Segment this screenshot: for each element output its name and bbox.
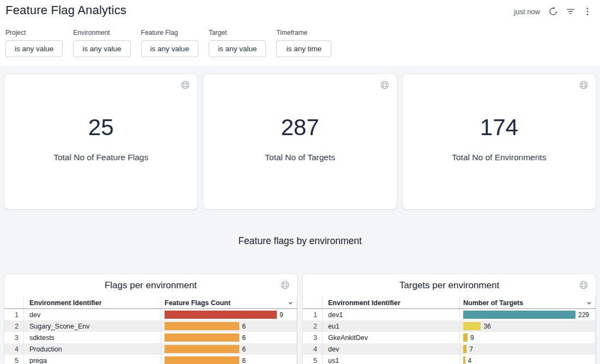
row-index: 4 bbox=[303, 343, 323, 355]
bar-cell: 6 bbox=[161, 355, 297, 364]
filter-timeframe: Timeframe is any time bbox=[276, 29, 331, 57]
value-bar[interactable] bbox=[463, 333, 468, 342]
value-bar[interactable] bbox=[165, 333, 239, 342]
bar-value-label: 9 bbox=[280, 311, 283, 319]
table-row: 3sdktests6 bbox=[4, 332, 297, 343]
table-body: 1dev12292eu1363GkeAnkitDev94dev75us14 bbox=[303, 309, 596, 364]
table-body: 1dev92Sugary_Scone_Env63sdktests64Produc… bbox=[4, 309, 297, 364]
filter-feature-flag: Feature Flag is any value bbox=[141, 29, 198, 57]
row-index: 2 bbox=[4, 320, 24, 332]
bar-cell: 9 bbox=[161, 309, 297, 320]
stat-value: 287 bbox=[281, 114, 319, 141]
environment-identifier-header[interactable]: Environment Identifier bbox=[323, 297, 460, 308]
environment-identifier-cell: us1 bbox=[323, 355, 460, 364]
table-row: 4dev7 bbox=[303, 343, 596, 355]
stat-card-feature-flags: 25 Total No of Feature Flags bbox=[4, 74, 197, 209]
stat-card-targets: 287 Total No of Targets bbox=[203, 74, 396, 209]
row-index: 1 bbox=[303, 309, 323, 320]
section-title: Feature flags by environment bbox=[4, 209, 596, 274]
bar-value-label: 6 bbox=[242, 357, 246, 364]
globe-button[interactable] bbox=[578, 79, 590, 91]
filter-label: Environment bbox=[73, 29, 130, 37]
bar-value-label: 6 bbox=[242, 345, 246, 353]
stat-label: Total No of Targets bbox=[265, 153, 335, 162]
last-refreshed-label: just now bbox=[514, 8, 540, 16]
filter-list-icon bbox=[566, 7, 575, 16]
stat-label: Total No of Feature Flags bbox=[53, 153, 148, 162]
stat-value: 25 bbox=[88, 114, 114, 141]
feature-flags-count-header[interactable]: Feature Flags Count bbox=[161, 297, 297, 308]
row-index: 3 bbox=[303, 332, 323, 343]
value-bar[interactable] bbox=[165, 311, 277, 319]
bar-cell: 6 bbox=[161, 332, 297, 343]
more-menu-button[interactable] bbox=[581, 5, 593, 18]
filter-project-value-button[interactable]: is any value bbox=[5, 40, 63, 57]
bar-cell: 229 bbox=[460, 309, 596, 320]
bar-value-label: 9 bbox=[470, 334, 474, 342]
filter-environment-value-button[interactable]: is any value bbox=[73, 40, 130, 57]
table-row: 5prega6 bbox=[4, 355, 297, 364]
environment-identifier-cell: dev1 bbox=[323, 309, 460, 320]
environment-identifier-cell: dev bbox=[323, 343, 460, 355]
table-row: 2eu136 bbox=[303, 320, 596, 332]
globe-icon bbox=[280, 280, 290, 290]
row-index-header bbox=[303, 297, 323, 308]
value-bar[interactable] bbox=[463, 345, 466, 353]
table-title: Flags per environment bbox=[4, 280, 297, 292]
filter-environment: Environment is any value bbox=[73, 29, 130, 57]
filter-target-value-button[interactable]: is any value bbox=[209, 40, 266, 57]
environment-identifier-cell: eu1 bbox=[323, 320, 460, 332]
bar-cell: 6 bbox=[161, 343, 297, 355]
filter-label: Target bbox=[209, 29, 266, 37]
value-bar[interactable] bbox=[165, 322, 239, 330]
chevron-down-icon[interactable] bbox=[287, 300, 294, 306]
table-header-row: Environment Identifier Number of Targets bbox=[303, 297, 596, 309]
environment-identifier-cell: sdktests bbox=[24, 332, 161, 343]
number-of-targets-header[interactable]: Number of Targets bbox=[460, 297, 596, 308]
row-index: 5 bbox=[4, 355, 24, 364]
chevron-down-icon[interactable] bbox=[586, 300, 592, 306]
filter-toggle-button[interactable] bbox=[564, 5, 577, 18]
globe-button[interactable] bbox=[379, 79, 391, 91]
environment-identifier-cell: GkeAnkitDev bbox=[323, 332, 460, 343]
refresh-icon bbox=[548, 7, 558, 16]
dashboard-area: 25 Total No of Feature Flags 287 Total N… bbox=[0, 66, 600, 364]
value-bar[interactable] bbox=[463, 322, 481, 330]
stat-label: Total No of Environments bbox=[452, 153, 546, 162]
filter-target: Target is any value bbox=[209, 29, 266, 57]
value-bar[interactable] bbox=[463, 356, 465, 364]
filter-label: Project bbox=[5, 29, 63, 37]
row-index: 1 bbox=[4, 309, 24, 320]
environment-identifier-header[interactable]: Environment Identifier bbox=[24, 297, 161, 308]
globe-icon bbox=[180, 80, 190, 90]
row-index: 3 bbox=[4, 332, 24, 343]
filter-feature-flag-value-button[interactable]: is any value bbox=[141, 40, 198, 57]
globe-button[interactable] bbox=[179, 79, 191, 91]
table-row: 1dev1229 bbox=[303, 309, 596, 320]
targets-table: Environment Identifier Number of Targets… bbox=[303, 297, 596, 364]
topbar: Feature Flag Analytics just now bbox=[0, 0, 600, 19]
table-header-row: Environment Identifier Feature Flags Cou… bbox=[4, 297, 297, 309]
globe-button[interactable] bbox=[279, 279, 291, 291]
table-row: 2Sugary_Scone_Env6 bbox=[4, 320, 297, 332]
stat-value: 174 bbox=[480, 114, 518, 141]
refresh-button[interactable] bbox=[547, 5, 560, 18]
flags-per-environment-card: Flags per environment Environment Identi… bbox=[4, 274, 297, 364]
filter-bar: Project is any value Environment is any … bbox=[0, 19, 600, 66]
kebab-menu-icon bbox=[583, 7, 592, 16]
stat-row: 25 Total No of Feature Flags 287 Total N… bbox=[4, 74, 596, 209]
value-bar[interactable] bbox=[165, 345, 239, 353]
value-bar[interactable] bbox=[165, 356, 239, 364]
page-title: Feature Flag Analytics bbox=[5, 2, 126, 19]
bar-cell: 9 bbox=[460, 332, 596, 343]
environment-identifier-cell: prega bbox=[24, 355, 161, 364]
targets-per-environment-card: Targets per environment Environment Iden… bbox=[303, 274, 596, 364]
column-label: Feature Flags Count bbox=[165, 299, 231, 307]
bar-cell: 7 bbox=[460, 343, 596, 355]
environment-identifier-cell: dev bbox=[24, 309, 161, 320]
filter-timeframe-value-button[interactable]: is any time bbox=[276, 40, 331, 57]
bar-cell: 36 bbox=[460, 320, 596, 332]
value-bar[interactable] bbox=[463, 311, 575, 319]
bar-value-label: 4 bbox=[468, 357, 472, 364]
globe-button[interactable] bbox=[578, 279, 590, 291]
